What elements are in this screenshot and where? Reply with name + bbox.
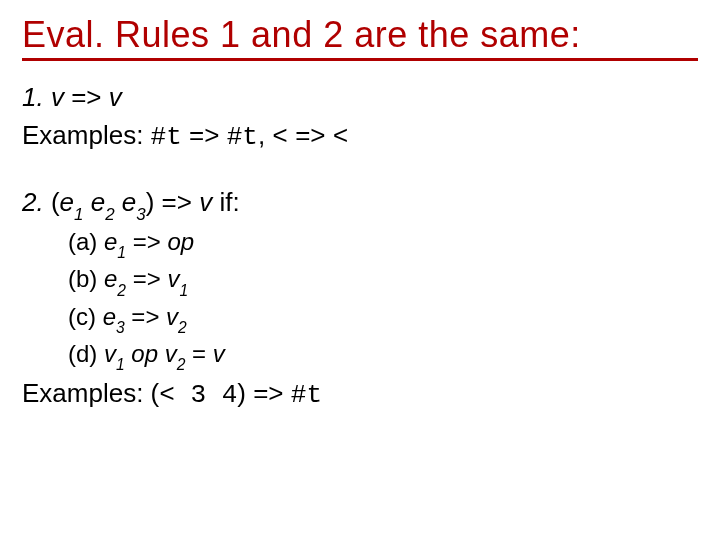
c-label: (c)	[68, 303, 103, 330]
c-sub: 3	[116, 319, 125, 336]
a-sub: 1	[117, 244, 126, 261]
rule-1-examples: Examples: #t => #t, < => <	[22, 117, 698, 157]
slide: Eval. Rules 1 and 2 are the same: 1. v =…	[0, 0, 720, 414]
ex2-lt: <	[159, 380, 175, 410]
ex-arrow2: =>	[288, 120, 333, 150]
d-v: v	[213, 340, 225, 367]
c-e: e	[103, 303, 116, 330]
ex2-args: 3 4	[175, 380, 237, 410]
b-e: e	[104, 265, 117, 292]
ex2-close: ) =>	[237, 378, 290, 408]
b-vsub: 1	[179, 282, 188, 299]
rule-2-open: (	[44, 187, 60, 217]
rule-2b: (b) e2 => v1	[68, 262, 698, 299]
rule-2-if: if:	[212, 187, 239, 217]
b-v: v	[167, 265, 179, 292]
c-vsub: 2	[178, 319, 187, 336]
a-arrow: =>	[126, 228, 167, 255]
ex-lt2: <	[333, 122, 349, 152]
rule-2: 2. (e1 e2 e3) => v if: (a) e1 => op (b) …	[22, 184, 698, 414]
ex-arrow1: =>	[182, 120, 227, 150]
a-op: op	[167, 228, 194, 255]
examples-label-2: Examples: (	[22, 378, 159, 408]
ex-comma: ,	[258, 120, 272, 150]
rule-1-v2: v	[109, 82, 122, 112]
rule-2d: (d) v1 op v2 = v	[68, 337, 698, 374]
ex-lt1: <	[272, 122, 288, 152]
e1-sub: 1	[74, 205, 83, 224]
rule-2-examples: Examples: (< 3 4) => #t	[22, 375, 698, 415]
rule-1-arrow: =>	[64, 82, 109, 112]
e3: e	[122, 187, 136, 217]
rule-1-v1: v	[51, 82, 64, 112]
ex-t2: #t	[227, 122, 258, 152]
rule-1: 1. v => v Examples: #t => #t, < => <	[22, 79, 698, 156]
d-eq: =	[185, 340, 212, 367]
rule-1-num: 1.	[22, 82, 44, 112]
rule-2c: (c) e3 => v2	[68, 300, 698, 337]
rule-1-body: 1. v => v	[22, 79, 698, 117]
ex-t1: #t	[151, 122, 182, 152]
c-arrow: =>	[125, 303, 166, 330]
e1: e	[60, 187, 74, 217]
examples-label: Examples:	[22, 120, 151, 150]
ex2-res: #t	[291, 380, 322, 410]
c-v: v	[166, 303, 178, 330]
d-v1: v	[104, 340, 116, 367]
b-sub: 2	[117, 282, 126, 299]
rule-2-num: 2.	[22, 187, 44, 217]
rule-2-v: v	[199, 187, 212, 217]
slide-title: Eval. Rules 1 and 2 are the same:	[22, 14, 698, 61]
rule-2-header: 2. (e1 e2 e3) => v if:	[22, 184, 698, 225]
d-op: op	[131, 340, 158, 367]
e3-sub: 3	[136, 205, 145, 224]
e2-sub: 2	[105, 205, 114, 224]
a-label: (a)	[68, 228, 104, 255]
e2: e	[91, 187, 105, 217]
d-v2: v	[165, 340, 177, 367]
d-label: (d)	[68, 340, 104, 367]
a-e: e	[104, 228, 117, 255]
d-v2sub: 2	[177, 356, 186, 373]
rule-2-close: ) =>	[146, 187, 199, 217]
b-label: (b)	[68, 265, 104, 292]
b-arrow: =>	[126, 265, 167, 292]
rule-2a: (a) e1 => op	[68, 225, 698, 262]
d-v1sub: 1	[116, 356, 125, 373]
